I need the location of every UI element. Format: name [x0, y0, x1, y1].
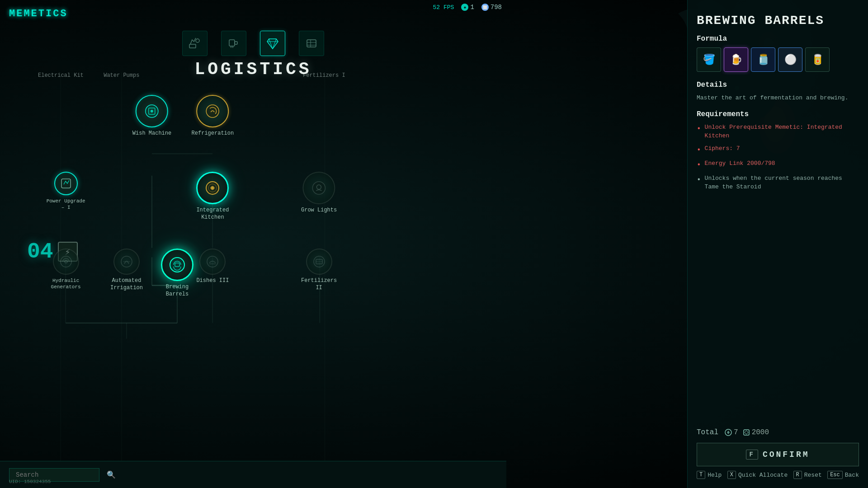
confirm-key: F — [746, 450, 758, 460]
req-bullet-2: • — [697, 160, 701, 170]
brewing-barrels-label: Brewing Barrels — [155, 284, 200, 298]
req-text-3: Unlocks when the current season reaches … — [705, 174, 859, 192]
formula-item-3[interactable]: ⚪ — [778, 47, 802, 72]
req-item-0: • Unlock Prerequisite Memetic: Integrate… — [697, 123, 859, 141]
integrated-kitchen-circle — [196, 172, 229, 204]
top-right-hud: 52 FPS ◈ 1 ⬜ 798 — [433, 4, 502, 11]
total-cipher-value: 7 — [734, 428, 738, 436]
req-bullet-0: • — [697, 123, 701, 134]
search-icon[interactable]: 🔍 — [107, 470, 116, 479]
total-label: Total — [697, 428, 718, 436]
formula-item-2[interactable]: 🫙 — [751, 47, 775, 72]
confirm-button[interactable]: F CONFIRM — [697, 443, 859, 466]
hydraulic-gen-label: Hydraulic Generators — [46, 277, 86, 291]
tech-tree-area: MEMETICS 52 FPS ◈ 1 ⬜ 798 — [0, 0, 687, 488]
node-auto-irrigation[interactable]: Automated Irrigation — [104, 249, 149, 291]
wish-machine-circle — [136, 95, 168, 127]
tab-electrical-kit[interactable] — [182, 31, 208, 56]
details-section: Details Master the art of fermentation a… — [697, 81, 859, 103]
svg-point-43 — [170, 258, 184, 272]
fertilizers-ii-circle — [306, 249, 332, 275]
wish-machine-label: Wish Machine — [132, 130, 171, 137]
cipher-total-icon — [725, 429, 732, 436]
req-text-0: Unlock Prerequisite Memetic: Integrated … — [705, 123, 859, 141]
node-wish-machine[interactable]: Wish Machine — [132, 95, 171, 137]
reset-label: Reset — [804, 472, 822, 479]
grow-lights-circle — [303, 172, 335, 204]
node-power-upgrade[interactable]: Power Upgrade – I — [46, 172, 86, 211]
svg-point-45 — [207, 256, 218, 267]
refrigeration-label: Refrigeration — [192, 130, 234, 137]
energy-total-icon — [743, 429, 750, 436]
brewing-barrels-circle — [161, 249, 193, 281]
dishes-iii-circle — [199, 249, 226, 275]
svg-point-38 — [313, 182, 326, 194]
req-bullet-1: • — [697, 145, 701, 155]
back-btn[interactable]: Esc Back — [827, 471, 859, 479]
node-grow-lights[interactable]: Grow Lights — [301, 172, 337, 214]
node-refrigeration[interactable]: Refrigeration — [192, 95, 234, 137]
auto-irrigation-label: Automated Irrigation — [104, 277, 149, 291]
node-hydraulic-gen[interactable]: Hydraulic Generators — [46, 249, 86, 291]
tab-water-pumps[interactable] — [221, 31, 246, 56]
cipher-icon: ◈ — [461, 4, 468, 11]
cipher-value: 1 — [470, 4, 474, 11]
formula-item-1[interactable]: 🍺 — [724, 47, 748, 72]
help-btn[interactable]: T Help — [697, 471, 722, 479]
details-text: Master the art of fermentation and brewi… — [697, 94, 859, 103]
total-cipher: 7 — [725, 428, 738, 436]
energy-currency: ⬜ 798 — [481, 4, 502, 11]
section-tabs-row — [0, 31, 506, 56]
svg-rect-10 — [229, 40, 235, 46]
req-item-2: • Energy Link 2000/798 — [697, 159, 859, 170]
total-energy: 2000 — [743, 428, 769, 436]
fertilizers-ii-label: Fertilizers II — [297, 277, 342, 291]
formula-item-0[interactable]: 🪣 — [697, 47, 721, 72]
help-key: T — [697, 471, 705, 479]
top-bar: MEMETICS — [0, 0, 506, 27]
requirements-section: Requirements • Unlock Prerequisite Memet… — [697, 110, 859, 195]
power-upgrade-circle — [54, 172, 78, 195]
req-item-3: • Unlocks when the current season reache… — [697, 174, 859, 192]
reset-key: R — [793, 471, 802, 479]
section-header: LOGISTICS — [0, 27, 506, 79]
req-item-1: • Ciphers: 7 — [697, 144, 859, 155]
svg-rect-12 — [307, 40, 316, 47]
total-row: Total 7 2000 — [697, 424, 859, 436]
details-label: Details — [697, 81, 859, 89]
node-fertilizers-ii[interactable]: Fertilizers II — [297, 249, 342, 291]
tech-tree-canvas: Electrical Kit Water Pumps Fertilizers I — [0, 72, 506, 461]
svg-point-41 — [65, 260, 67, 263]
action-bar: T Help X Quick Allocate R Reset Esc Back — [697, 471, 859, 479]
quick-allocate-key: X — [727, 471, 736, 479]
svg-rect-11 — [235, 42, 237, 44]
back-key: Esc — [827, 471, 843, 479]
confirm-label: CONFIRM — [763, 450, 810, 459]
node-brewing-barrels[interactable]: Brewing Barrels — [155, 249, 200, 298]
energy-icon: ⬜ — [481, 4, 489, 11]
auto-irrigation-circle — [113, 249, 140, 275]
main-container: MEMETICS 52 FPS ◈ 1 ⬜ 798 — [0, 0, 868, 488]
bottom-bar: 🔍 UID: 150324355 — [0, 461, 506, 488]
svg-point-33 — [206, 105, 219, 117]
node-dishes-iii[interactable]: Dishes III — [196, 249, 229, 285]
quick-allocate-btn[interactable]: X Quick Allocate — [727, 471, 788, 479]
svg-point-9 — [196, 39, 199, 42]
formula-label: Formula — [697, 35, 859, 43]
tab-logistics-current[interactable] — [260, 31, 285, 56]
quick-allocate-label: Quick Allocate — [738, 472, 788, 479]
uid-text: UID: 150324355 — [9, 479, 51, 484]
reset-btn[interactable]: R Reset — [793, 471, 822, 479]
formula-item-4[interactable]: 🥫 — [805, 47, 830, 72]
refrigeration-circle — [196, 95, 229, 127]
node-integrated-kitchen[interactable]: Integrated Kitchen — [190, 172, 235, 221]
tab-fertilizers[interactable] — [299, 31, 324, 56]
help-label: Help — [708, 472, 722, 479]
formula-row: 🪣 🍺 🫙 ⚪ 🥫 — [697, 47, 859, 72]
req-text-2: Energy Link 2000/798 — [705, 159, 775, 168]
fps-display: 52 FPS — [433, 4, 454, 11]
cipher-currency: ◈ 1 — [461, 4, 474, 11]
section-title: LOGISTICS — [0, 60, 506, 79]
req-bullet-3: • — [697, 174, 701, 185]
svg-point-32 — [151, 110, 153, 113]
